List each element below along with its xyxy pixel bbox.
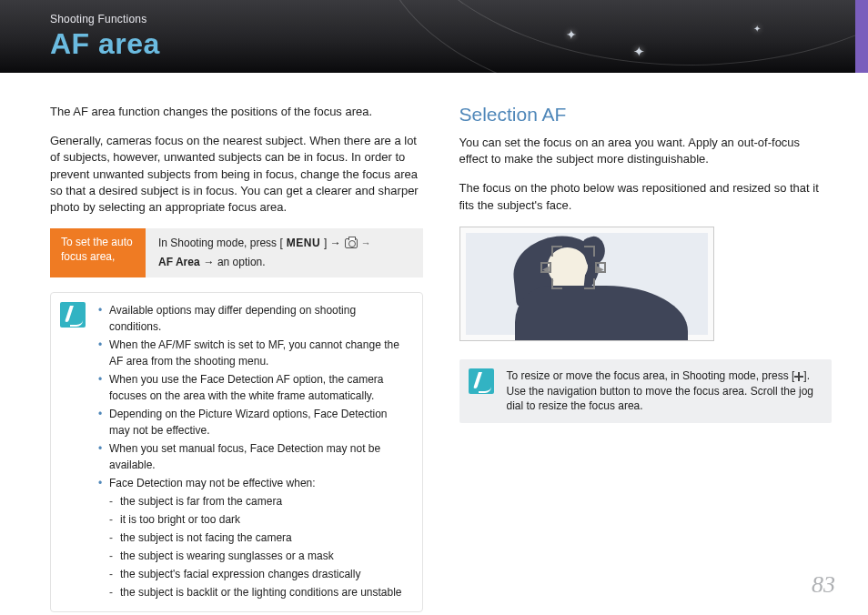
note-pen-icon bbox=[60, 302, 86, 328]
note-box: Available options may differ depending o… bbox=[50, 292, 423, 612]
section-heading: Selection AF bbox=[459, 104, 833, 126]
tip-text-prefix: To resize or move the focus area, in Sho… bbox=[507, 369, 795, 382]
camera-icon bbox=[345, 238, 358, 248]
focus-arrow-right-icon: ▶ bbox=[595, 262, 606, 273]
note-sub-item: the subject is backlit or the lighting c… bbox=[109, 584, 408, 600]
star-icon: ✦ bbox=[753, 24, 761, 34]
note-item: Available options may differ depending o… bbox=[98, 302, 408, 335]
note-item: Depending on the Picture Wizard options,… bbox=[98, 406, 408, 439]
note-list: Available options may differ depending o… bbox=[98, 302, 408, 491]
section-text-1: You can set the focus on an area you wan… bbox=[459, 135, 833, 167]
menu-button-icon: MENU bbox=[287, 236, 320, 251]
example-photo: ◀ ▶ bbox=[459, 227, 714, 341]
focus-corner-icon bbox=[551, 278, 562, 289]
section-text-2: The focus on the photo below was reposit… bbox=[459, 180, 833, 213]
note-sub-item: the subject's facial expression changes … bbox=[109, 566, 408, 582]
note-sub-item: the subject is far from the camera bbox=[109, 493, 408, 509]
right-column: Selection AF You can set the focus on an… bbox=[459, 104, 833, 612]
instruction-text: ] → bbox=[324, 236, 341, 251]
page-body: The AF area function changes the positio… bbox=[0, 73, 868, 612]
intro-text-1: The AF area function changes the positio… bbox=[50, 104, 423, 120]
note-item: When the AF/MF switch is set to MF, you … bbox=[98, 337, 408, 369]
note-sub-item: it is too bright or too dark bbox=[109, 511, 408, 528]
instruction-bar: To set the auto focus area, In Shooting … bbox=[50, 228, 423, 277]
page-number: 83 bbox=[812, 571, 835, 599]
instruction-bold: AF Area bbox=[158, 255, 200, 270]
note-content: Available options may differ depending o… bbox=[98, 302, 408, 602]
focus-corner-icon bbox=[551, 246, 562, 257]
intro-text-2: Generally, cameras focus on the nearest … bbox=[50, 133, 423, 216]
arrow-icon: → bbox=[361, 237, 371, 250]
focus-corner-icon bbox=[584, 278, 595, 289]
star-icon: ✦ bbox=[566, 27, 577, 42]
note-item: Face Detection may not be effective when… bbox=[98, 475, 408, 491]
instruction-label: To set the auto focus area, bbox=[50, 228, 146, 277]
tip-text: To resize or move the focus area, in Sho… bbox=[507, 368, 818, 414]
focus-corner-icon bbox=[584, 246, 595, 257]
note-item: When you use the Face Detection AF optio… bbox=[98, 371, 408, 404]
note-sub-item: the subject is wearing sunglasses or a m… bbox=[109, 548, 408, 564]
tip-box: To resize or move the focus area, in Sho… bbox=[459, 359, 833, 423]
jog-dial-icon bbox=[794, 372, 803, 381]
instruction-text: → an option. bbox=[204, 255, 266, 270]
header-accent-bar bbox=[855, 0, 868, 73]
instruction-text: In Shooting mode, press [ bbox=[158, 236, 283, 251]
note-sub-list: the subject is far from the camera it is… bbox=[109, 493, 408, 600]
star-icon: ✦ bbox=[633, 44, 645, 60]
focus-frame-overlay: ◀ ▶ bbox=[551, 246, 595, 289]
note-sub-item: the subject is not facing the camera bbox=[109, 529, 408, 546]
instruction-body: In Shooting mode, press [ MENU ] → → AF … bbox=[146, 228, 423, 277]
note-pen-icon bbox=[469, 368, 494, 394]
page-header: ✦ ✦ ✦ Shooting Functions AF area bbox=[0, 0, 868, 73]
note-item: When you set manual focus, Face Detectio… bbox=[98, 440, 408, 473]
focus-arrow-left-icon: ◀ bbox=[540, 262, 551, 273]
left-column: The AF area function changes the positio… bbox=[50, 104, 423, 612]
